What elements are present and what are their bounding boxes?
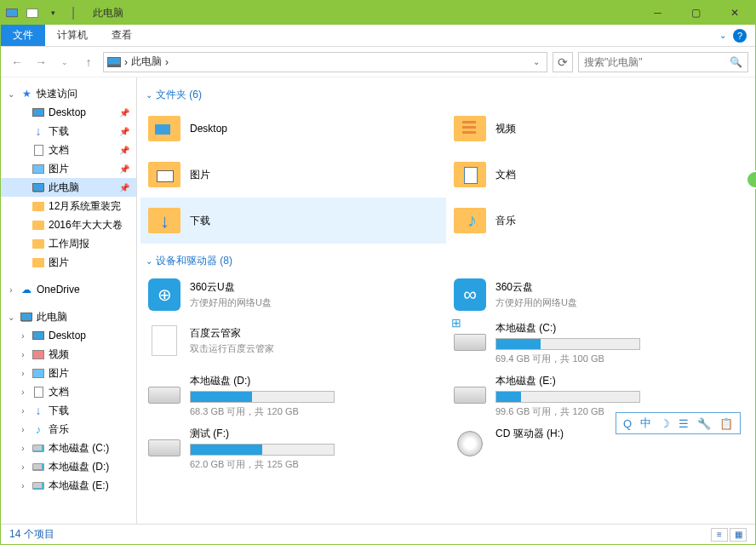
sidebar-quick-item[interactable]: ↓下载📌 bbox=[1, 122, 136, 141]
pc-icon bbox=[32, 181, 45, 193]
status-bar: 14 个项目 ≡ ▦ bbox=[1, 524, 755, 544]
search-icon[interactable]: 🔍 bbox=[730, 56, 742, 68]
sidebar-pc-item[interactable]: ›Desktop bbox=[1, 326, 136, 345]
item-label: 下载 bbox=[190, 214, 210, 228]
device-item[interactable]: ⊕360云U盘方便好用的网络U盘 bbox=[140, 272, 446, 318]
breadcrumb-dropdown[interactable]: ⌄ bbox=[530, 57, 543, 66]
ime-btn-4[interactable]: 🔧 bbox=[697, 417, 711, 430]
folder-item[interactable]: 文档 bbox=[446, 152, 752, 198]
sidebar-pc-item[interactable]: ›♪音乐 bbox=[1, 420, 136, 439]
folder-item[interactable]: Desktop bbox=[140, 106, 446, 152]
view-details[interactable]: ≡ bbox=[711, 528, 728, 542]
breadcrumb-sep: › bbox=[124, 56, 128, 68]
breadcrumb[interactable]: › 此电脑 › ⌄ bbox=[103, 52, 547, 72]
drive-item[interactable]: 本地磁盘 (D:)68.3 GB 可用，共 120 GB bbox=[140, 370, 446, 423]
chevron-icon[interactable]: › bbox=[18, 406, 28, 416]
sidebar-pc-item[interactable]: ›本地磁盘 (E:) bbox=[1, 476, 136, 495]
qat-pc-icon[interactable] bbox=[3, 4, 21, 21]
sidebar-quick-item[interactable]: Desktop📌 bbox=[1, 103, 136, 122]
sidebar-pc-item[interactable]: ›文档 bbox=[1, 382, 136, 401]
chevron-icon[interactable]: › bbox=[18, 444, 28, 453]
chevron-icon[interactable]: › bbox=[18, 331, 28, 341]
ime-btn-0[interactable]: Q bbox=[623, 417, 632, 430]
pic-icon bbox=[32, 163, 45, 175]
chevron-icon[interactable]: › bbox=[18, 350, 28, 359]
cloud-icon: ∞ bbox=[453, 279, 487, 310]
section-header-devices[interactable]: ⌄设备和驱动器 (8) bbox=[137, 250, 755, 272]
sidebar-pc-item[interactable]: ›↓下载 bbox=[1, 401, 136, 420]
sidebar-pc-item[interactable]: ›图片 bbox=[1, 364, 136, 382]
drive-icon bbox=[147, 427, 181, 461]
chevron-icon[interactable]: › bbox=[18, 481, 28, 490]
section-header-folders[interactable]: ⌄文件夹 (6) bbox=[137, 84, 755, 106]
tree-label: Desktop bbox=[49, 330, 136, 341]
tree-label: 本地磁盘 (C:) bbox=[49, 441, 136, 456]
sidebar-quick-item[interactable]: 12月系统重装完 bbox=[1, 197, 136, 215]
sidebar-quick-access[interactable]: ⌄★快速访问 bbox=[1, 84, 136, 103]
nav-recent[interactable]: ⌄ bbox=[55, 53, 74, 72]
ribbon-toggle-icon[interactable]: ⌄ bbox=[719, 31, 726, 40]
item-label: Desktop bbox=[190, 123, 227, 135]
view-icons[interactable]: ▦ bbox=[730, 528, 747, 542]
drive-item[interactable]: 本地磁盘 (C:)69.4 GB 可用，共 100 GB bbox=[446, 318, 752, 370]
menu-computer[interactable]: 计算机 bbox=[45, 25, 100, 46]
menu-view[interactable]: 查看 bbox=[100, 25, 144, 46]
doc-icon bbox=[32, 144, 45, 156]
item-sublabel: 双击运行百度云管家 bbox=[190, 342, 274, 355]
menu-file[interactable]: 文件 bbox=[1, 25, 45, 46]
ime-btn-2[interactable]: ☽ bbox=[660, 417, 670, 430]
search-input[interactable] bbox=[584, 56, 730, 68]
device-item[interactable]: 百度云管家双击运行百度云管家 bbox=[140, 318, 446, 364]
qat-dropdown[interactable]: ▾ bbox=[43, 4, 62, 21]
ime-btn-5[interactable]: 📋 bbox=[719, 417, 733, 430]
nav-back[interactable]: ← bbox=[8, 53, 26, 72]
item-label: 音乐 bbox=[495, 214, 516, 228]
tree-label: Desktop bbox=[49, 106, 116, 118]
chevron-icon[interactable]: › bbox=[18, 387, 28, 397]
drive-label: 本地磁盘 (C:) bbox=[495, 321, 728, 336]
sidebar-this-pc[interactable]: ⌄此电脑 bbox=[1, 307, 136, 326]
nav-up[interactable]: ↑ bbox=[79, 53, 98, 72]
qat-divider: | bbox=[64, 4, 83, 21]
desktop-icon bbox=[32, 106, 45, 118]
search-box[interactable]: 🔍 bbox=[578, 52, 748, 72]
maximize-button[interactable]: ▢ bbox=[677, 2, 715, 24]
sidebar-quick-item[interactable]: 文档📌 bbox=[1, 141, 136, 159]
sidebar-pc-item[interactable]: ›本地磁盘 (C:) bbox=[1, 439, 136, 457]
sidebar-quick-item[interactable]: 图片📌 bbox=[1, 159, 136, 178]
sidebar-quick-item[interactable]: 图片 bbox=[1, 253, 136, 272]
close-button[interactable]: ✕ bbox=[715, 2, 753, 24]
chevron-icon[interactable]: ⌄ bbox=[6, 89, 16, 99]
chevron-icon[interactable]: › bbox=[18, 425, 28, 434]
pin-icon: 📌 bbox=[119, 146, 136, 155]
folder-item[interactable]: 下载 bbox=[140, 198, 446, 244]
refresh-button[interactable]: ⟳ bbox=[553, 52, 573, 72]
device-item[interactable]: ∞360云盘方便好用的网络U盘 bbox=[446, 272, 752, 318]
folder-item[interactable]: 图片 bbox=[140, 152, 446, 198]
chevron-icon[interactable]: › bbox=[18, 462, 28, 472]
qat-folder-icon[interactable] bbox=[23, 4, 42, 21]
item-label: 百度云管家 bbox=[190, 326, 274, 341]
ime-toolbar[interactable]: Q中☽☰🔧📋 bbox=[616, 412, 741, 434]
tree-label: 快速访问 bbox=[37, 87, 136, 101]
sidebar-pc-item[interactable]: ›视频 bbox=[1, 345, 136, 364]
sidebar-onedrive[interactable]: ›☁OneDrive bbox=[1, 280, 136, 299]
drive-item[interactable]: 测试 (F:)62.0 GB 可用，共 125 GB bbox=[140, 423, 446, 476]
ime-btn-1[interactable]: 中 bbox=[640, 416, 651, 431]
chevron-icon[interactable]: ⌄ bbox=[6, 313, 16, 322]
folder-item[interactable]: 视频 bbox=[446, 106, 752, 152]
sidebar-pc-item[interactable]: ›本地磁盘 (D:) bbox=[1, 457, 136, 476]
ime-btn-3[interactable]: ☰ bbox=[679, 417, 689, 430]
sidebar-quick-item[interactable]: 2016年大大大卷 bbox=[1, 215, 136, 234]
minimize-button[interactable]: ─ bbox=[639, 2, 677, 24]
tree-label: 工作周报 bbox=[49, 237, 136, 251]
chevron-icon[interactable]: › bbox=[6, 285, 16, 295]
folder-item[interactable]: 音乐 bbox=[446, 198, 752, 244]
star-icon: ★ bbox=[20, 88, 33, 100]
help-icon[interactable]: ? bbox=[733, 29, 747, 43]
chevron-icon[interactable]: › bbox=[18, 369, 28, 378]
breadcrumb-path[interactable]: 此电脑 bbox=[131, 54, 162, 69]
sidebar-quick-item[interactable]: 工作周报 bbox=[1, 234, 136, 253]
sidebar-quick-item[interactable]: 此电脑📌 bbox=[1, 178, 136, 197]
nav-forward[interactable]: → bbox=[32, 53, 50, 72]
